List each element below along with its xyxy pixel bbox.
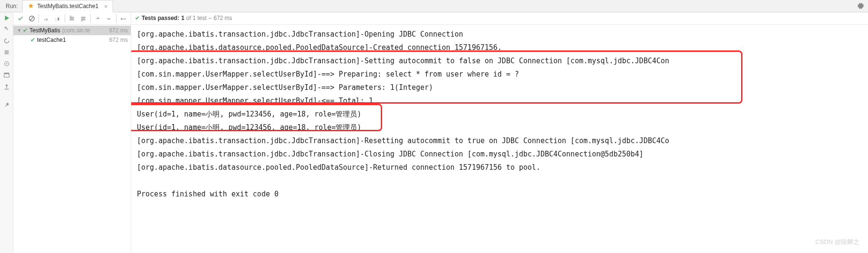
expand-all-button[interactable] <box>67 13 77 24</box>
status-time: 672 ms <box>213 15 232 21</box>
console-line: [com.sin.mapper.UserMapper.selectUserByI… <box>137 68 862 81</box>
sort-duration-button[interactable]: ↓⧗ <box>52 13 63 24</box>
console-line: User(id=1, name=小明, pwd=123456, age=18, … <box>137 107 862 121</box>
layout-button[interactable] <box>3 71 10 79</box>
collapse-all-button[interactable] <box>78 13 88 24</box>
sort-alpha-button[interactable]: ↓a <box>41 13 51 24</box>
tree-root-row[interactable]: ▼ ✔ TestMyBatis (com.sin.te 672 ms <box>13 26 131 35</box>
run-gutter <box>0 12 13 253</box>
rerun-button[interactable] <box>3 14 10 22</box>
svg-rect-3 <box>4 74 9 77</box>
next-failed-button[interactable] <box>104 13 115 24</box>
console-line: [org.apache.ibatis.transaction.jdbc.Jdbc… <box>137 147 862 161</box>
svg-text:↓⧗: ↓⧗ <box>55 17 60 21</box>
svg-rect-4 <box>4 73 9 74</box>
svg-line-6 <box>30 17 33 20</box>
tree-root-pkg: (com.sin.te <box>62 27 90 34</box>
console-line: [org.apache.ibatis.datasource.pooled.Poo… <box>137 41 862 54</box>
test-tree-panel: ↓a ↓⧗ ▼ ✔ TestMyBatis (com.sin.te 672 <box>13 12 131 253</box>
console-scroll[interactable]: [org.apache.ibatis.transaction.jdbc.Jdbc… <box>131 25 868 253</box>
svg-point-2 <box>6 63 7 65</box>
show-passed-button[interactable] <box>15 13 26 24</box>
console-line: [org.apache.ibatis.transaction.jdbc.Jdbc… <box>137 28 862 41</box>
status-prefix: Tests passed: <box>142 15 179 21</box>
tab-title: TestMyBatis.testCache1 <box>37 3 98 10</box>
console-line: [org.apache.ibatis.transaction.jdbc.Jdbc… <box>137 134 862 147</box>
toggle-autotest-button[interactable] <box>3 37 10 45</box>
chevron-down-icon[interactable]: ▼ <box>17 28 22 33</box>
console-line: User(id=1, name=小明, pwd=123456, age=18, … <box>137 121 862 134</box>
rerun-failed-button[interactable] <box>3 26 10 33</box>
tree-gear-button[interactable] <box>118 13 129 24</box>
tree-child-name: testCache1 <box>37 37 66 43</box>
test-tree[interactable]: ▼ ✔ TestMyBatis (com.sin.te 672 ms ✔ tes… <box>13 25 131 253</box>
dump-button[interactable] <box>3 60 10 68</box>
tab-strip: Run: TestMyBatis.testCache1 × <box>0 0 868 12</box>
status-dash: – <box>209 15 212 21</box>
tree-root-time: 672 ms <box>109 27 128 34</box>
console-line: [org.apache.ibatis.datasource.pooled.Poo… <box>137 161 862 174</box>
console-line: [com.sin.mapper.UserMapper.selectUserByI… <box>137 81 862 94</box>
pass-icon: ✔ <box>23 27 28 34</box>
tree-child-row[interactable]: ✔ testCache1 672 ms <box>13 35 131 45</box>
svg-point-9 <box>121 18 122 19</box>
tab-close-icon[interactable]: × <box>104 3 108 10</box>
show-ignored-button[interactable] <box>27 13 37 24</box>
status-count: 1 <box>181 15 184 21</box>
svg-rect-0 <box>4 50 9 55</box>
pass-icon: ✔ <box>30 37 35 43</box>
tree-child-time: 672 ms <box>109 37 128 43</box>
export-button[interactable] <box>3 83 10 90</box>
tree-toolbar: ↓a ↓⧗ <box>13 12 131 25</box>
exit-line: Process finished with exit code 0 <box>137 187 862 201</box>
run-tab[interactable]: TestMyBatis.testCache1 × <box>22 0 113 12</box>
pin-button[interactable] <box>3 101 10 108</box>
status-of: of 1 test <box>186 15 207 21</box>
console-output[interactable]: [org.apache.ibatis.transaction.jdbc.Jdbc… <box>131 25 868 206</box>
prev-failed-button[interactable] <box>93 13 103 24</box>
tree-root-name: TestMyBatis <box>29 27 60 34</box>
test-tab-icon <box>28 3 34 10</box>
console-line: [com.sin.mapper.UserMapper.selectUserByI… <box>137 94 862 107</box>
console-panel: ✔ Tests passed: 1 of 1 test – 672 ms [or… <box>131 12 868 253</box>
console-line: [org.apache.ibatis.transaction.jdbc.Jdbc… <box>137 54 862 68</box>
pass-icon: ✔ <box>135 15 140 21</box>
svg-text:↓a: ↓a <box>44 17 48 21</box>
stop-button[interactable] <box>3 49 10 56</box>
gear-icon[interactable] <box>857 2 864 11</box>
run-label: Run: <box>0 3 22 10</box>
